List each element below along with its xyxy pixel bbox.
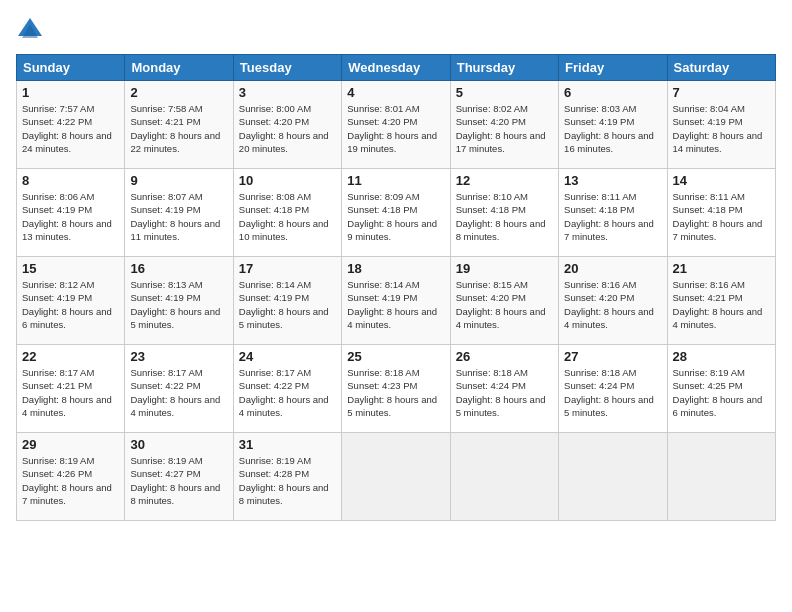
day-number: 5	[456, 85, 553, 100]
day-number: 6	[564, 85, 661, 100]
day-number: 19	[456, 261, 553, 276]
calendar-cell: 30Sunrise: 8:19 AMSunset: 4:27 PMDayligh…	[125, 433, 233, 521]
calendar-cell: 28Sunrise: 8:19 AMSunset: 4:25 PMDayligh…	[667, 345, 775, 433]
day-info: Sunrise: 8:18 AMSunset: 4:24 PMDaylight:…	[564, 366, 661, 419]
weekday-header-monday: Monday	[125, 55, 233, 81]
calendar-week-2: 8Sunrise: 8:06 AMSunset: 4:19 PMDaylight…	[17, 169, 776, 257]
calendar-cell: 22Sunrise: 8:17 AMSunset: 4:21 PMDayligh…	[17, 345, 125, 433]
calendar-cell: 26Sunrise: 8:18 AMSunset: 4:24 PMDayligh…	[450, 345, 558, 433]
calendar-cell: 7Sunrise: 8:04 AMSunset: 4:19 PMDaylight…	[667, 81, 775, 169]
day-number: 3	[239, 85, 336, 100]
day-number: 10	[239, 173, 336, 188]
calendar-week-5: 29Sunrise: 8:19 AMSunset: 4:26 PMDayligh…	[17, 433, 776, 521]
day-info: Sunrise: 8:14 AMSunset: 4:19 PMDaylight:…	[239, 278, 336, 331]
page-container: SundayMondayTuesdayWednesdayThursdayFrid…	[0, 0, 792, 531]
calendar-cell: 11Sunrise: 8:09 AMSunset: 4:18 PMDayligh…	[342, 169, 450, 257]
day-info: Sunrise: 8:11 AMSunset: 4:18 PMDaylight:…	[564, 190, 661, 243]
calendar-cell: 23Sunrise: 8:17 AMSunset: 4:22 PMDayligh…	[125, 345, 233, 433]
day-number: 22	[22, 349, 119, 364]
day-info: Sunrise: 8:17 AMSunset: 4:22 PMDaylight:…	[130, 366, 227, 419]
logo-icon	[16, 16, 44, 44]
day-info: Sunrise: 8:18 AMSunset: 4:24 PMDaylight:…	[456, 366, 553, 419]
day-info: Sunrise: 8:19 AMSunset: 4:27 PMDaylight:…	[130, 454, 227, 507]
day-info: Sunrise: 8:01 AMSunset: 4:20 PMDaylight:…	[347, 102, 444, 155]
day-number: 20	[564, 261, 661, 276]
calendar-week-4: 22Sunrise: 8:17 AMSunset: 4:21 PMDayligh…	[17, 345, 776, 433]
day-info: Sunrise: 7:57 AMSunset: 4:22 PMDaylight:…	[22, 102, 119, 155]
day-number: 29	[22, 437, 119, 452]
calendar-cell: 27Sunrise: 8:18 AMSunset: 4:24 PMDayligh…	[559, 345, 667, 433]
calendar-cell	[450, 433, 558, 521]
day-info: Sunrise: 8:19 AMSunset: 4:26 PMDaylight:…	[22, 454, 119, 507]
day-info: Sunrise: 8:04 AMSunset: 4:19 PMDaylight:…	[673, 102, 770, 155]
day-info: Sunrise: 8:08 AMSunset: 4:18 PMDaylight:…	[239, 190, 336, 243]
weekday-header-tuesday: Tuesday	[233, 55, 341, 81]
calendar-cell: 16Sunrise: 8:13 AMSunset: 4:19 PMDayligh…	[125, 257, 233, 345]
calendar-cell: 12Sunrise: 8:10 AMSunset: 4:18 PMDayligh…	[450, 169, 558, 257]
day-info: Sunrise: 7:58 AMSunset: 4:21 PMDaylight:…	[130, 102, 227, 155]
calendar-cell: 4Sunrise: 8:01 AMSunset: 4:20 PMDaylight…	[342, 81, 450, 169]
logo	[16, 16, 48, 44]
calendar-cell: 5Sunrise: 8:02 AMSunset: 4:20 PMDaylight…	[450, 81, 558, 169]
day-number: 7	[673, 85, 770, 100]
calendar-table: SundayMondayTuesdayWednesdayThursdayFrid…	[16, 54, 776, 521]
day-number: 1	[22, 85, 119, 100]
calendar-week-1: 1Sunrise: 7:57 AMSunset: 4:22 PMDaylight…	[17, 81, 776, 169]
day-info: Sunrise: 8:15 AMSunset: 4:20 PMDaylight:…	[456, 278, 553, 331]
calendar-cell: 29Sunrise: 8:19 AMSunset: 4:26 PMDayligh…	[17, 433, 125, 521]
calendar-cell: 10Sunrise: 8:08 AMSunset: 4:18 PMDayligh…	[233, 169, 341, 257]
day-info: Sunrise: 8:19 AMSunset: 4:25 PMDaylight:…	[673, 366, 770, 419]
day-number: 30	[130, 437, 227, 452]
day-number: 24	[239, 349, 336, 364]
weekday-header-sunday: Sunday	[17, 55, 125, 81]
calendar-cell	[342, 433, 450, 521]
weekday-header-friday: Friday	[559, 55, 667, 81]
day-info: Sunrise: 8:16 AMSunset: 4:21 PMDaylight:…	[673, 278, 770, 331]
calendar-cell	[667, 433, 775, 521]
day-number: 2	[130, 85, 227, 100]
day-info: Sunrise: 8:03 AMSunset: 4:19 PMDaylight:…	[564, 102, 661, 155]
weekday-header-saturday: Saturday	[667, 55, 775, 81]
calendar-cell: 20Sunrise: 8:16 AMSunset: 4:20 PMDayligh…	[559, 257, 667, 345]
calendar-cell: 25Sunrise: 8:18 AMSunset: 4:23 PMDayligh…	[342, 345, 450, 433]
calendar-cell: 24Sunrise: 8:17 AMSunset: 4:22 PMDayligh…	[233, 345, 341, 433]
day-number: 23	[130, 349, 227, 364]
calendar-cell: 15Sunrise: 8:12 AMSunset: 4:19 PMDayligh…	[17, 257, 125, 345]
calendar-cell: 31Sunrise: 8:19 AMSunset: 4:28 PMDayligh…	[233, 433, 341, 521]
day-number: 11	[347, 173, 444, 188]
calendar-cell: 18Sunrise: 8:14 AMSunset: 4:19 PMDayligh…	[342, 257, 450, 345]
day-number: 4	[347, 85, 444, 100]
day-info: Sunrise: 8:07 AMSunset: 4:19 PMDaylight:…	[130, 190, 227, 243]
calendar-header: SundayMondayTuesdayWednesdayThursdayFrid…	[17, 55, 776, 81]
day-number: 28	[673, 349, 770, 364]
weekday-row: SundayMondayTuesdayWednesdayThursdayFrid…	[17, 55, 776, 81]
day-info: Sunrise: 8:00 AMSunset: 4:20 PMDaylight:…	[239, 102, 336, 155]
calendar-week-3: 15Sunrise: 8:12 AMSunset: 4:19 PMDayligh…	[17, 257, 776, 345]
calendar-cell: 13Sunrise: 8:11 AMSunset: 4:18 PMDayligh…	[559, 169, 667, 257]
day-info: Sunrise: 8:19 AMSunset: 4:28 PMDaylight:…	[239, 454, 336, 507]
day-number: 12	[456, 173, 553, 188]
day-number: 15	[22, 261, 119, 276]
day-info: Sunrise: 8:06 AMSunset: 4:19 PMDaylight:…	[22, 190, 119, 243]
day-number: 25	[347, 349, 444, 364]
day-number: 27	[564, 349, 661, 364]
weekday-header-thursday: Thursday	[450, 55, 558, 81]
day-number: 14	[673, 173, 770, 188]
day-number: 18	[347, 261, 444, 276]
calendar-cell: 9Sunrise: 8:07 AMSunset: 4:19 PMDaylight…	[125, 169, 233, 257]
calendar-cell: 1Sunrise: 7:57 AMSunset: 4:22 PMDaylight…	[17, 81, 125, 169]
day-info: Sunrise: 8:09 AMSunset: 4:18 PMDaylight:…	[347, 190, 444, 243]
day-number: 13	[564, 173, 661, 188]
day-number: 16	[130, 261, 227, 276]
day-number: 8	[22, 173, 119, 188]
day-number: 26	[456, 349, 553, 364]
day-number: 21	[673, 261, 770, 276]
page-header	[16, 16, 776, 44]
day-info: Sunrise: 8:16 AMSunset: 4:20 PMDaylight:…	[564, 278, 661, 331]
weekday-header-wednesday: Wednesday	[342, 55, 450, 81]
day-info: Sunrise: 8:13 AMSunset: 4:19 PMDaylight:…	[130, 278, 227, 331]
calendar-cell: 2Sunrise: 7:58 AMSunset: 4:21 PMDaylight…	[125, 81, 233, 169]
day-number: 31	[239, 437, 336, 452]
calendar-cell: 3Sunrise: 8:00 AMSunset: 4:20 PMDaylight…	[233, 81, 341, 169]
calendar-cell	[559, 433, 667, 521]
